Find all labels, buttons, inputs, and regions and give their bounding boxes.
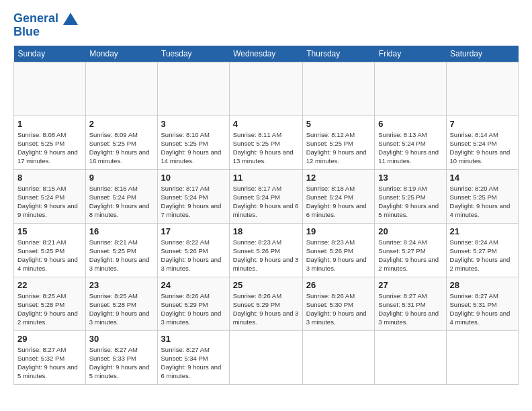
- dow-header-tuesday: Tuesday: [157, 46, 229, 62]
- day-number: 3: [161, 119, 226, 129]
- day-info: Sunrise: 8:17 AMSunset: 5:24 PMDaylight:…: [161, 185, 222, 219]
- day-number: 22: [17, 280, 82, 290]
- dow-header-wednesday: Wednesday: [229, 46, 302, 62]
- day-info: Sunrise: 8:27 AMSunset: 5:31 PMDaylight:…: [450, 292, 511, 326]
- day-number: 9: [89, 173, 154, 183]
- calendar-cell: 2Sunrise: 8:09 AMSunset: 5:25 PMDaylight…: [85, 116, 157, 169]
- calendar-cell: 19Sunrise: 8:23 AMSunset: 5:26 PMDayligh…: [302, 223, 375, 277]
- day-number: 28: [450, 280, 515, 290]
- calendar-cell: 31Sunrise: 8:27 AMSunset: 5:34 PMDayligh…: [157, 330, 229, 384]
- logo-blue: Blue: [13, 26, 78, 39]
- day-info: Sunrise: 8:10 AMSunset: 5:25 PMDaylight:…: [161, 131, 222, 165]
- day-number: 5: [306, 119, 371, 129]
- dow-header-friday: Friday: [375, 46, 446, 62]
- day-info: Sunrise: 8:18 AMSunset: 5:24 PMDaylight:…: [306, 185, 367, 219]
- calendar-cell: 3Sunrise: 8:10 AMSunset: 5:25 PMDaylight…: [157, 116, 229, 169]
- day-number: 25: [233, 280, 299, 290]
- calendar-cell: [302, 62, 375, 116]
- calendar-cell: 9Sunrise: 8:16 AMSunset: 5:24 PMDaylight…: [85, 169, 157, 223]
- calendar-table: SundayMondayTuesdayWednesdayThursdayFrid…: [13, 46, 519, 385]
- day-number: 15: [17, 226, 82, 236]
- day-number: 26: [306, 280, 371, 290]
- day-number: 1: [17, 119, 82, 129]
- calendar-cell: 11Sunrise: 8:17 AMSunset: 5:24 PMDayligh…: [229, 169, 302, 223]
- calendar-cell: 24Sunrise: 8:26 AMSunset: 5:29 PMDayligh…: [157, 277, 229, 330]
- calendar-cell: [446, 330, 518, 384]
- dow-header-thursday: Thursday: [302, 46, 375, 62]
- logo-general: General: [13, 11, 58, 25]
- calendar-cell: 16Sunrise: 8:21 AMSunset: 5:25 PMDayligh…: [85, 223, 157, 277]
- calendar-row: 15Sunrise: 8:21 AMSunset: 5:25 PMDayligh…: [14, 223, 519, 277]
- day-info: Sunrise: 8:12 AMSunset: 5:25 PMDaylight:…: [306, 131, 367, 165]
- day-info: Sunrise: 8:23 AMSunset: 5:26 PMDaylight:…: [306, 238, 367, 273]
- day-number: 14: [450, 173, 515, 183]
- day-number: 10: [161, 173, 226, 183]
- calendar-cell: [85, 62, 157, 116]
- day-number: 11: [233, 173, 299, 183]
- day-info: Sunrise: 8:09 AMSunset: 5:25 PMDaylight:…: [89, 131, 150, 165]
- day-info: Sunrise: 8:25 AMSunset: 5:28 PMDaylight:…: [17, 292, 78, 326]
- calendar-cell: 13Sunrise: 8:19 AMSunset: 5:25 PMDayligh…: [375, 169, 446, 223]
- dow-header-saturday: Saturday: [446, 46, 518, 62]
- calendar-cell: 10Sunrise: 8:17 AMSunset: 5:24 PMDayligh…: [157, 169, 229, 223]
- calendar-cell: [446, 62, 518, 116]
- calendar-cell: 6Sunrise: 8:13 AMSunset: 5:24 PMDaylight…: [375, 116, 446, 169]
- day-info: Sunrise: 8:26 AMSunset: 5:29 PMDaylight:…: [233, 292, 299, 326]
- calendar-row: [14, 62, 519, 116]
- day-info: Sunrise: 8:26 AMSunset: 5:29 PMDaylight:…: [161, 292, 222, 326]
- calendar-cell: [375, 330, 446, 384]
- day-info: Sunrise: 8:25 AMSunset: 5:28 PMDaylight:…: [89, 292, 150, 326]
- calendar-row: 8Sunrise: 8:15 AMSunset: 5:24 PMDaylight…: [14, 169, 519, 223]
- header: General Blue: [13, 12, 519, 39]
- logo: General Blue: [13, 12, 78, 39]
- calendar-cell: 15Sunrise: 8:21 AMSunset: 5:25 PMDayligh…: [14, 223, 86, 277]
- day-info: Sunrise: 8:24 AMSunset: 5:27 PMDaylight:…: [450, 238, 511, 273]
- day-info: Sunrise: 8:26 AMSunset: 5:30 PMDaylight:…: [306, 292, 367, 326]
- day-number: 20: [378, 226, 442, 236]
- day-number: 12: [306, 173, 371, 183]
- day-number: 21: [450, 226, 515, 236]
- logo-icon: [63, 13, 78, 25]
- day-number: 6: [378, 119, 442, 129]
- calendar-cell: 1Sunrise: 8:08 AMSunset: 5:25 PMDaylight…: [14, 116, 86, 169]
- day-number: 7: [450, 119, 515, 129]
- calendar-cell: 29Sunrise: 8:27 AMSunset: 5:32 PMDayligh…: [14, 330, 86, 384]
- day-info: Sunrise: 8:16 AMSunset: 5:24 PMDaylight:…: [89, 185, 150, 219]
- calendar-cell: 28Sunrise: 8:27 AMSunset: 5:31 PMDayligh…: [446, 277, 518, 330]
- dow-header-sunday: Sunday: [14, 46, 86, 62]
- calendar-row: 1Sunrise: 8:08 AMSunset: 5:25 PMDaylight…: [14, 116, 519, 169]
- calendar-body: 1Sunrise: 8:08 AMSunset: 5:25 PMDaylight…: [14, 62, 519, 384]
- day-number: 30: [89, 334, 154, 344]
- day-info: Sunrise: 8:22 AMSunset: 5:26 PMDaylight:…: [161, 238, 222, 273]
- day-info: Sunrise: 8:27 AMSunset: 5:34 PMDaylight:…: [161, 346, 222, 380]
- day-info: Sunrise: 8:19 AMSunset: 5:25 PMDaylight:…: [378, 185, 439, 219]
- day-info: Sunrise: 8:27 AMSunset: 5:31 PMDaylight:…: [378, 292, 439, 326]
- days-of-week-row: SundayMondayTuesdayWednesdayThursdayFrid…: [14, 46, 519, 62]
- calendar-cell: 21Sunrise: 8:24 AMSunset: 5:27 PMDayligh…: [446, 223, 518, 277]
- day-number: 31: [161, 334, 226, 344]
- day-info: Sunrise: 8:17 AMSunset: 5:24 PMDaylight:…: [233, 185, 299, 219]
- day-info: Sunrise: 8:27 AMSunset: 5:32 PMDaylight:…: [17, 346, 78, 380]
- day-number: 19: [306, 226, 371, 236]
- day-number: 27: [378, 280, 442, 290]
- calendar-cell: [14, 62, 86, 116]
- calendar-cell: 4Sunrise: 8:11 AMSunset: 5:25 PMDaylight…: [229, 116, 302, 169]
- calendar-cell: 8Sunrise: 8:15 AMSunset: 5:24 PMDaylight…: [14, 169, 86, 223]
- day-info: Sunrise: 8:14 AMSunset: 5:24 PMDaylight:…: [450, 131, 511, 165]
- day-number: 16: [89, 226, 154, 236]
- svg-marker-0: [63, 13, 78, 25]
- calendar-cell: 14Sunrise: 8:20 AMSunset: 5:25 PMDayligh…: [446, 169, 518, 223]
- page-container: General Blue SundayMondayTuesdayWednesda…: [0, 0, 532, 392]
- day-number: 4: [233, 119, 299, 129]
- day-info: Sunrise: 8:20 AMSunset: 5:25 PMDaylight:…: [450, 185, 511, 219]
- day-number: 23: [89, 280, 154, 290]
- day-info: Sunrise: 8:21 AMSunset: 5:25 PMDaylight:…: [89, 238, 150, 273]
- calendar-row: 22Sunrise: 8:25 AMSunset: 5:28 PMDayligh…: [14, 277, 519, 330]
- day-info: Sunrise: 8:08 AMSunset: 5:25 PMDaylight:…: [17, 131, 78, 165]
- day-number: 24: [161, 280, 226, 290]
- day-info: Sunrise: 8:24 AMSunset: 5:27 PMDaylight:…: [378, 238, 439, 273]
- calendar-cell: 22Sunrise: 8:25 AMSunset: 5:28 PMDayligh…: [14, 277, 86, 330]
- calendar-cell: [229, 62, 302, 116]
- calendar-cell: 18Sunrise: 8:23 AMSunset: 5:26 PMDayligh…: [229, 223, 302, 277]
- day-info: Sunrise: 8:13 AMSunset: 5:24 PMDaylight:…: [378, 131, 439, 165]
